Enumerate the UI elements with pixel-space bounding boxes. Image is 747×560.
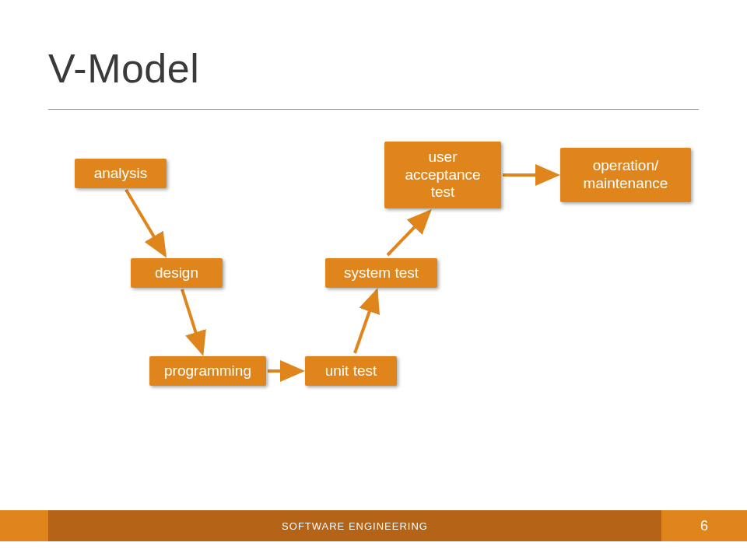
node-uat: user acceptance test xyxy=(384,142,501,208)
node-analysis: analysis xyxy=(75,159,167,188)
page-number: 6 xyxy=(661,510,747,541)
node-design: design xyxy=(131,258,223,288)
footer-accent-left xyxy=(0,510,48,541)
arrow-system_test-to-uat xyxy=(388,212,430,255)
arrow-unit_test-to-system_test xyxy=(355,291,377,353)
arrow-design-to-programming xyxy=(182,289,202,353)
footer-label: SOFTWARE ENGINEERING xyxy=(48,510,661,541)
slide-title: V-Model xyxy=(48,45,199,92)
footer: SOFTWARE ENGINEERING 6 xyxy=(0,510,747,541)
node-system-test: system test xyxy=(325,258,437,288)
node-programming: programming xyxy=(149,356,266,386)
node-operation: operation/ maintenance xyxy=(560,148,691,202)
node-unit-test: unit test xyxy=(305,356,397,386)
arrow-analysis-to-design xyxy=(126,190,165,255)
title-divider xyxy=(48,109,699,110)
